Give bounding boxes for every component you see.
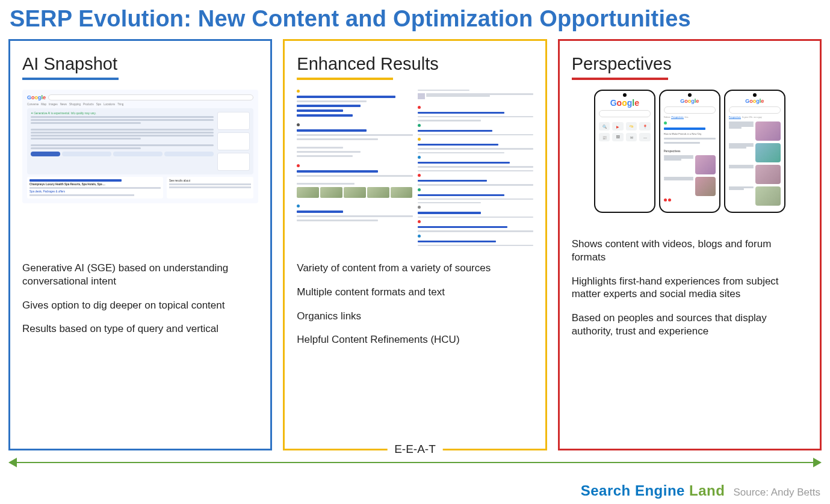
search-box-mock (48, 94, 253, 100)
bullet: Helpful Content Refinements (HCU) (297, 333, 533, 346)
card-heading: Perspectives (572, 54, 808, 74)
source-credit: Source: Andy Betts (733, 487, 820, 499)
card-bullets: Generative AI (SGE) based on understandi… (22, 257, 258, 346)
phone-mock-3: Google PerspectivesIn your 20sas a guy (724, 90, 785, 213)
enhanced-results-screenshot (297, 90, 533, 246)
serp-column-left (297, 90, 412, 246)
card-bullets: Variety of content from a variety of sou… (297, 257, 533, 357)
bullet: Shows content with videos, blogs and for… (572, 238, 808, 264)
bullet: Results based on type of query and verti… (22, 322, 258, 336)
bullet: Based on peoples and sources that displa… (572, 312, 808, 338)
card-ai-snapshot: AI Snapshot Google ConverseMapImagesNews… (8, 39, 272, 450)
phone-mock-1: Google 🔍▶🛍📍 📰🖼✉⋯ (594, 90, 655, 213)
eeat-arrow: E-E-A-T (8, 455, 822, 470)
knowledge-panel: See results about (167, 177, 253, 198)
card-heading: Enhanced Results (297, 54, 533, 74)
slide-title: SERP Evolution: New Content and Optimiza… (0, 0, 830, 39)
serp-tabs: ConverseMapImagesNewsShoppingProductsSpa… (27, 103, 253, 106)
serp-column-right (418, 90, 533, 246)
heading-underline (572, 78, 668, 80)
footer: Search Engine Land Source: Andy Betts (581, 482, 820, 499)
sge-note: Generative AI is experimental. Info qual… (34, 112, 96, 115)
bullet: Generative AI (SGE) based on understandi… (22, 262, 258, 288)
double-arrow-icon (12, 462, 818, 463)
organic-result: Champneys Luxury Health Spa Resorts, Spa… (27, 177, 163, 198)
heading-underline (22, 78, 119, 80)
card-enhanced-results: Enhanced Results (283, 39, 547, 450)
perspectives-screenshot: Google 🔍▶🛍📍 📰🖼✉⋯ Google VideosPerspectiv… (572, 90, 808, 222)
card-bullets: Shows content with videos, blogs and for… (572, 233, 808, 349)
bullet: Variety of content from a variety of sou… (297, 262, 533, 275)
card-perspectives: Perspectives Google 🔍▶🛍📍 📰🖼✉⋯ Google Vid… (558, 39, 822, 450)
sge-panel: ✦ Generative AI is experimental. Info qu… (27, 108, 253, 174)
google-logo: Google (27, 94, 46, 100)
columns: AI Snapshot Google ConverseMapImagesNews… (0, 39, 830, 450)
bullet: Highlights first-hand experiences from s… (572, 275, 808, 301)
bullet: Gives option to dig deeper on topical co… (22, 299, 258, 312)
bullet: Organics links (297, 310, 533, 323)
bullet: Multiple content formats and text (297, 286, 533, 299)
phone-mock-2: Google VideosPerspectivesIma How to Make… (659, 90, 720, 213)
search-engine-land-logo: Search Engine Land (581, 482, 725, 499)
ai-snapshot-screenshot: Google ConverseMapImagesNewsShoppingProd… (22, 90, 258, 246)
eeat-label: E-E-A-T (387, 443, 443, 456)
card-heading: AI Snapshot (22, 54, 258, 74)
heading-underline (297, 78, 393, 80)
